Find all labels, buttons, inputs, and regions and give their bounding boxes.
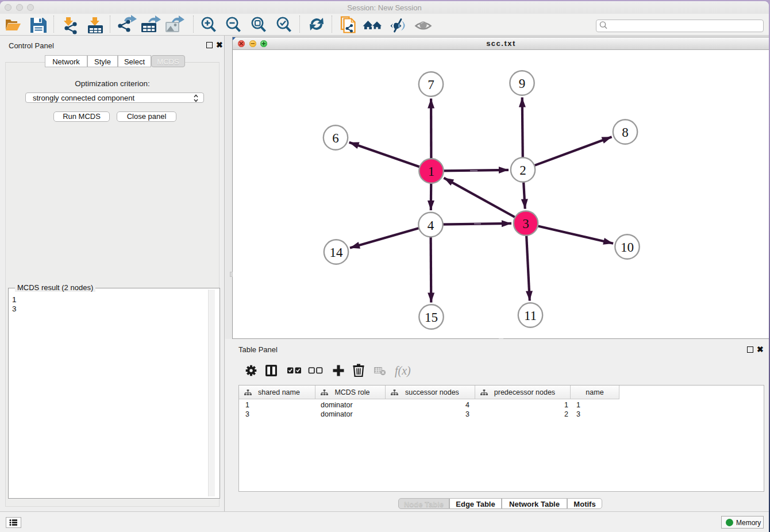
svg-text:11: 11 [524, 309, 537, 323]
svg-text:7: 7 [428, 78, 434, 92]
svg-text:3: 3 [522, 217, 529, 231]
svg-text:1: 1 [428, 164, 435, 179]
svg-text:f(x): f(x) [395, 364, 411, 377]
svg-text:2: 2 [519, 163, 526, 178]
svg-text:14: 14 [330, 245, 344, 260]
svg-text:10: 10 [621, 240, 634, 255]
svg-text:9: 9 [519, 76, 526, 91]
svg-text:15: 15 [425, 310, 438, 325]
svg-text:4: 4 [428, 218, 434, 233]
svg-text:6: 6 [332, 131, 339, 145]
svg-text:8: 8 [622, 125, 629, 140]
